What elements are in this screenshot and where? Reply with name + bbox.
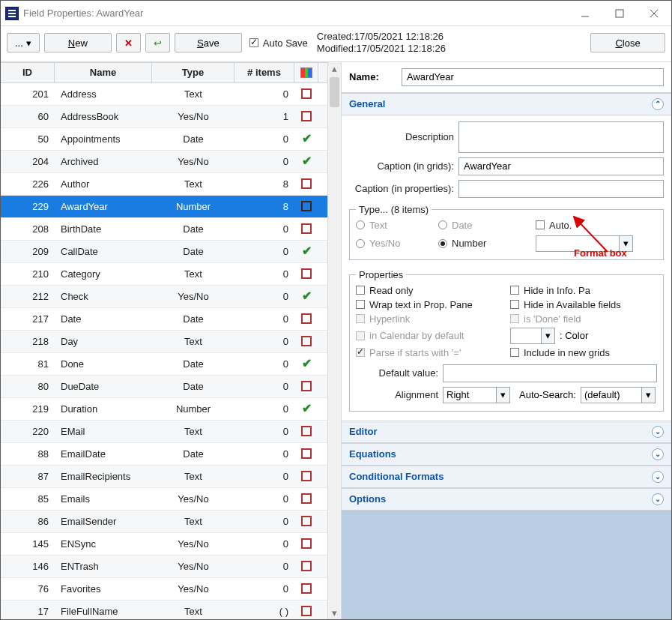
cell-id: 81 [1, 353, 55, 375]
format-combo-value [536, 236, 619, 251]
description-input[interactable] [458, 121, 664, 153]
default-value-input[interactable] [443, 364, 657, 382]
cell-items: 0 [234, 533, 294, 555]
table-row[interactable]: 17FileFullNameText( ) [1, 601, 327, 620]
include-new-check[interactable]: Include in new grids [510, 347, 657, 358]
table-row[interactable]: 85EmailsYes/No0 [1, 488, 327, 511]
table-row[interactable]: 209CallDateDate0 [1, 241, 327, 263]
col-flag-header[interactable] [294, 63, 318, 82]
cell-name: Favorites [55, 578, 152, 600]
maximize-button[interactable] [602, 1, 637, 25]
type-yesno-radio: Yes/No [356, 238, 438, 249]
col-name-header[interactable]: Name [55, 63, 152, 82]
menu-drop-button[interactable]: ... ▾ [7, 33, 40, 52]
cell-flag [294, 533, 318, 555]
cell-type: Text [152, 331, 234, 352]
section-editor-title: Editor [349, 426, 378, 437]
color-combo[interactable]: ▾ [510, 328, 555, 344]
type-auto-check[interactable]: Auto. [536, 220, 641, 231]
section-general-header[interactable]: General ⌃ [342, 93, 671, 115]
table-row[interactable]: 50AppointmentsDate0 [1, 128, 327, 151]
close-button[interactable]: Close [590, 33, 665, 52]
table-row[interactable]: 220EMailText0 [1, 421, 327, 443]
cell-items: 0 [234, 286, 294, 307]
caption-grids-input[interactable] [458, 157, 664, 175]
name-input[interactable] [402, 68, 664, 86]
table-row[interactable]: 226AuthorText8 [1, 173, 327, 196]
caption-properties-input[interactable] [458, 180, 664, 198]
table-row[interactable]: 146ENTrashYes/No0 [1, 556, 327, 578]
chevron-down-icon: ▾ [641, 388, 655, 403]
section-options-title: Options [349, 493, 386, 505]
table-row[interactable]: 201AddressText0 [1, 83, 327, 106]
cell-id: 220 [1, 421, 55, 442]
cell-items: 0 [234, 241, 294, 262]
save-button[interactable]: Save [175, 33, 242, 52]
box-icon [301, 223, 312, 234]
col-items-header[interactable]: # items [234, 63, 294, 82]
autosearch-combo[interactable]: (default) ▾ [581, 387, 656, 403]
table-row[interactable]: 76FavoritesYes/No0 [1, 578, 327, 601]
fields-grid[interactable]: ID Name Type # items 201AddressText060Ad… [1, 62, 327, 620]
col-id-header[interactable]: ID [1, 63, 55, 82]
format-combo[interactable]: ▾ [536, 235, 633, 252]
delete-button[interactable]: ✕ [116, 33, 141, 52]
cell-flag [294, 196, 318, 217]
autosave-checkbox[interactable]: ✓ Auto Save [249, 37, 308, 49]
close-window-button[interactable] [637, 1, 671, 25]
grid-vertical-scrollbar[interactable]: ▴ ▾ [327, 62, 341, 620]
table-row[interactable]: 204ArchivedYes/No0 [1, 151, 327, 173]
section-editor-header[interactable]: Editor ⌄ [342, 421, 671, 443]
table-row[interactable]: 60AddressBookYes/No1 [1, 106, 327, 128]
table-row[interactable]: 86EmailSenderText0 [1, 511, 327, 533]
table-row[interactable]: 229AwardYearNumber8 [1, 196, 327, 218]
cell-type: Date [152, 353, 234, 375]
cell-type: Date [152, 218, 234, 240]
cell-items: 0 [234, 331, 294, 352]
cell-name: EmailRecipients [55, 466, 152, 487]
type-date-radio: Date [438, 220, 536, 231]
section-options-header[interactable]: Options ⌄ [342, 488, 671, 511]
table-row[interactable]: 212CheckYes/No0 [1, 286, 327, 308]
table-row[interactable]: 81DoneDate0 [1, 353, 327, 376]
section-conditional-header[interactable]: Conditional Formats ⌄ [342, 466, 671, 488]
new-button[interactable]: New [44, 33, 112, 52]
cell-name: Appointments [55, 128, 152, 150]
box-icon [301, 606, 312, 616]
minimize-button[interactable] [568, 1, 602, 25]
section-equations-header[interactable]: Equations ⌄ [342, 443, 671, 466]
cell-items: 0 [234, 578, 294, 600]
alignment-combo[interactable]: Right ▾ [443, 387, 510, 403]
table-row[interactable]: 87EmailRecipientsText0 [1, 466, 327, 488]
box-icon [301, 493, 312, 504]
hide-info-check[interactable]: Hide in Info. Pa [510, 285, 657, 296]
table-row[interactable]: 210CategoryText0 [1, 263, 327, 286]
alignment-label: Alignment [356, 389, 438, 400]
table-row[interactable]: 80DueDateDate0 [1, 376, 327, 398]
table-row[interactable]: 88EmailDateDate0 [1, 443, 327, 466]
cell-type: Text [152, 263, 234, 285]
cell-flag [294, 128, 318, 150]
cell-name: Date [55, 308, 152, 330]
type-text-radio: Text [356, 220, 438, 231]
box-icon [301, 583, 312, 594]
check-icon [302, 246, 312, 257]
undo-button[interactable]: ↩ [145, 33, 170, 52]
wrap-text-check[interactable]: Wrap text in Prop. Pane [356, 299, 503, 310]
table-row[interactable]: 218DayText0 [1, 331, 327, 353]
cell-flag [294, 353, 318, 375]
table-row[interactable]: 145ENSyncYes/No0 [1, 533, 327, 556]
type-number-radio[interactable]: Number [438, 238, 536, 249]
cell-flag [294, 218, 318, 240]
expand-icon: ⌄ [652, 471, 664, 483]
cell-id: 208 [1, 218, 55, 240]
cell-type: Text [152, 601, 234, 620]
hide-avail-check[interactable]: Hide in Available fields [510, 299, 657, 310]
cell-type: Number [152, 398, 234, 420]
cell-id: 209 [1, 241, 55, 262]
table-row[interactable]: 219DurationNumber0 [1, 398, 327, 421]
table-row[interactable]: 217DateDate0 [1, 308, 327, 331]
read-only-check[interactable]: Read only [356, 285, 503, 296]
table-row[interactable]: 208BirthDateDate0 [1, 218, 327, 241]
col-type-header[interactable]: Type [152, 63, 234, 82]
